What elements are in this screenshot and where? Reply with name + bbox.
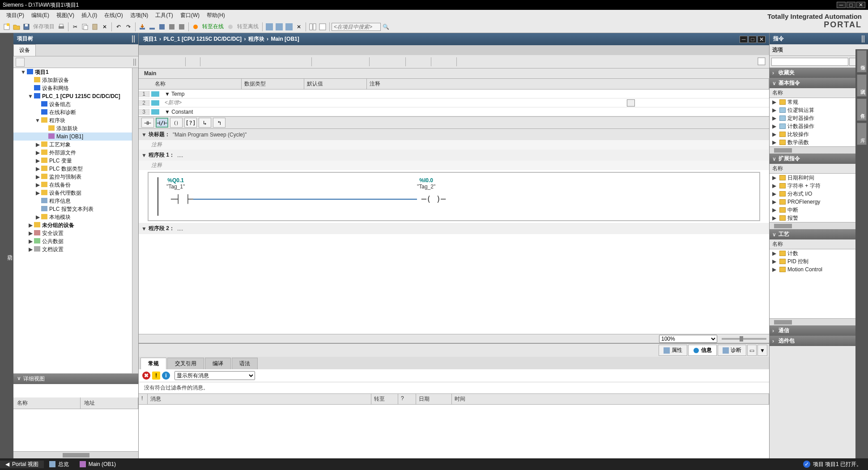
ext-items-item-2[interactable]: ▶分布式 I/O bbox=[770, 190, 868, 198]
tree-node-11[interactable]: ▶PLC 变量 bbox=[13, 157, 138, 165]
tab-properties[interactable]: 属性 bbox=[659, 345, 687, 356]
et-27[interactable] bbox=[444, 57, 454, 67]
var-row-2[interactable]: 3▼ Constant bbox=[139, 107, 769, 116]
et-15[interactable] bbox=[299, 57, 309, 67]
basic-items-item-4[interactable]: ▶比较操作 bbox=[770, 130, 868, 138]
delete-icon[interactable]: ✕ bbox=[100, 22, 109, 31]
et-2[interactable] bbox=[152, 57, 162, 67]
tree-node-17[interactable]: PLC 报警文本列表 bbox=[13, 205, 138, 213]
instruction-search-input[interactable] bbox=[771, 58, 848, 66]
basic-items-item-0[interactable]: ▶常规 bbox=[770, 98, 868, 106]
details-col-addr[interactable]: 地址 bbox=[81, 397, 138, 409]
info-minimize-icon[interactable]: ▭ bbox=[747, 345, 757, 356]
ext-hscroll[interactable] bbox=[770, 222, 868, 229]
new-project-icon[interactable] bbox=[2, 22, 11, 31]
contact-1[interactable]: ─┤ ├─ bbox=[171, 194, 195, 204]
menu-online[interactable]: 在线(O) bbox=[101, 12, 126, 19]
tech-items-item-0[interactable]: ▶计数 bbox=[770, 249, 868, 257]
network-1-header[interactable]: ▼ 程序段 1： .... bbox=[139, 150, 769, 161]
tech-hscroll[interactable] bbox=[770, 318, 868, 325]
menu-help[interactable]: 帮助(H) bbox=[203, 12, 229, 19]
block-comment[interactable]: 注释 bbox=[139, 140, 769, 150]
et-21[interactable] bbox=[372, 57, 382, 67]
tree-node-10[interactable]: ▶外部源文件 bbox=[13, 149, 138, 157]
var-row-0[interactable]: 1▼ Temp bbox=[139, 90, 769, 98]
download-icon[interactable] bbox=[138, 22, 147, 31]
ext-items-item-3[interactable]: ▶PROFIenergy bbox=[770, 198, 868, 206]
redo-icon[interactable]: ↷ bbox=[124, 22, 133, 31]
tree-node-22[interactable]: ▶文档设置 bbox=[13, 245, 138, 253]
et-12[interactable] bbox=[267, 57, 277, 67]
compile-icon[interactable] bbox=[157, 22, 166, 31]
maximize-button[interactable]: □ bbox=[847, 2, 855, 8]
warning-icon[interactable]: ! bbox=[152, 372, 160, 380]
network-2-header[interactable]: ▼ 程序段 2： .... bbox=[139, 223, 769, 234]
tree-node-3[interactable]: ▼PLC_1 [CPU 1215C DC/DC/DC] bbox=[13, 92, 138, 100]
et-26[interactable] bbox=[434, 57, 443, 67]
tech-items-item-1[interactable]: ▶PID 控制 bbox=[770, 257, 868, 265]
menu-window[interactable]: 窗口(W) bbox=[177, 12, 203, 19]
tab-devices[interactable]: 设备 bbox=[13, 44, 36, 56]
tree-node-5[interactable]: 在线和诊断 bbox=[13, 108, 138, 116]
lad-branch-close-icon[interactable]: ↰ bbox=[213, 118, 226, 128]
ed-max-icon[interactable]: □ bbox=[749, 36, 757, 43]
et-22[interactable] bbox=[383, 57, 392, 67]
cat-basic[interactable]: ∨基本指令 bbox=[770, 78, 868, 88]
subtab-syntax[interactable]: 语法 bbox=[232, 358, 258, 369]
menu-tools[interactable]: 工具(T) bbox=[152, 12, 176, 19]
et-7[interactable] bbox=[213, 57, 223, 67]
upload-icon[interactable] bbox=[148, 22, 157, 31]
et-14[interactable] bbox=[289, 57, 298, 67]
side-tab-test[interactable]: 测试 bbox=[857, 74, 867, 97]
tree-node-20[interactable]: ▶安全设置 bbox=[13, 229, 138, 237]
tree-node-21[interactable]: ▶公共数据 bbox=[13, 237, 138, 245]
lad-coil-icon[interactable]: ⟮⟯ bbox=[170, 118, 183, 128]
et-layout-icon[interactable] bbox=[757, 57, 767, 67]
lad-no-contact-icon[interactable]: ⊣⊢ bbox=[141, 118, 154, 128]
et-16[interactable] bbox=[314, 57, 324, 67]
tree-node-12[interactable]: ▶PLC 数据类型 bbox=[13, 165, 138, 173]
basic-items-item-2[interactable]: ▶定时器操作 bbox=[770, 114, 868, 122]
paste-icon[interactable] bbox=[90, 22, 99, 31]
tree-node-16[interactable]: 程序信息 bbox=[13, 197, 138, 205]
lad-branch-icon[interactable]: ↳ bbox=[199, 118, 211, 128]
ed-close-icon[interactable]: ✕ bbox=[757, 36, 766, 43]
ext-items-item-4[interactable]: ▶中断 bbox=[770, 206, 868, 214]
et-20[interactable] bbox=[357, 57, 367, 67]
close-button[interactable]: ✕ bbox=[856, 2, 865, 8]
portal-view-button[interactable]: ◀Portal 视图 bbox=[0, 461, 44, 468]
crumb-seg-1[interactable]: PLC_1 [CPU 1215C DC/DC/DC] bbox=[163, 36, 242, 42]
menu-edit[interactable]: 编辑(E) bbox=[28, 12, 53, 19]
message-filter-select[interactable]: 显示所有消息 bbox=[174, 371, 255, 380]
et-9[interactable] bbox=[235, 57, 245, 67]
tree-node-15[interactable]: ▶设备代理数据 bbox=[13, 189, 138, 197]
zoom-select[interactable]: 100% bbox=[659, 335, 717, 343]
tb-icon-b[interactable] bbox=[177, 22, 186, 31]
et-25[interactable] bbox=[419, 57, 429, 67]
crumb-seg-3[interactable]: Main [OB1] bbox=[271, 36, 299, 42]
et-17[interactable] bbox=[325, 57, 335, 67]
status-main-ob[interactable]: Main (OB1) bbox=[74, 461, 121, 467]
et-24[interactable] bbox=[408, 57, 418, 67]
zoom-slider[interactable] bbox=[722, 338, 766, 340]
tree-node-13[interactable]: ▶监控与强制表 bbox=[13, 173, 138, 181]
crumb-seg-2[interactable]: 程序块 bbox=[248, 36, 264, 42]
go-offline-icon[interactable] bbox=[226, 22, 235, 31]
tree-tb-1[interactable] bbox=[16, 58, 25, 67]
ladder-network-1[interactable]: %Q0.1 "Tag_1" ─┤ ├─ %I0.0 "Tag_2" ─( )─ bbox=[148, 172, 760, 221]
subtab-general[interactable]: 常规 bbox=[140, 358, 166, 369]
cat-optpack[interactable]: ›选件包 bbox=[770, 336, 868, 346]
subtab-xref[interactable]: 交叉引用 bbox=[167, 358, 204, 369]
tree-node-18[interactable]: ▶本地模块 bbox=[13, 213, 138, 221]
undo-icon[interactable]: ↶ bbox=[114, 22, 123, 31]
et-1[interactable] bbox=[141, 57, 151, 67]
print-icon[interactable] bbox=[57, 22, 66, 31]
et-23[interactable] bbox=[393, 57, 403, 67]
info-filter-icon[interactable]: i bbox=[162, 372, 170, 380]
var-row-1[interactable]: 2<新增> bbox=[139, 98, 769, 107]
basic-items-item-1[interactable]: ▶位逻辑运算 bbox=[770, 106, 868, 114]
minimize-button[interactable]: ─ bbox=[837, 2, 846, 8]
tb-icon-f[interactable]: ✕ bbox=[294, 22, 303, 31]
tab-diag[interactable]: 诊断 bbox=[718, 345, 746, 356]
et-10[interactable] bbox=[246, 57, 255, 67]
